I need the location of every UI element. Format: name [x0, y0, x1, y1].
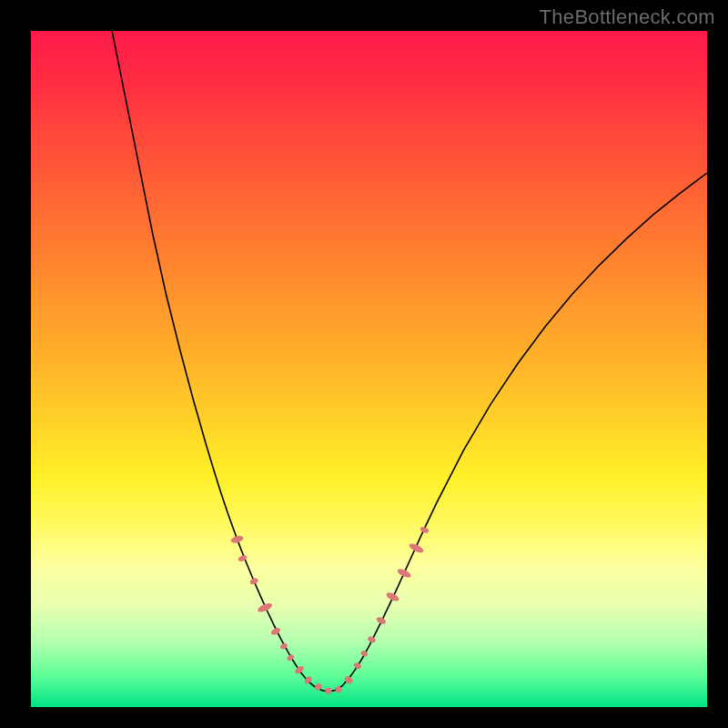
watermark-text: TheBottleneck.com [540, 5, 715, 29]
highlight-marker [360, 650, 369, 658]
highlight-marker [353, 662, 362, 670]
highlight-marker [367, 635, 377, 643]
highlight-marker [396, 567, 411, 579]
highlight-marker [294, 664, 306, 675]
highlight-marker [385, 591, 400, 602]
highlight-marker [249, 577, 259, 585]
curve-svg [31, 31, 707, 707]
highlight-marker [230, 534, 244, 544]
highlight-marker [408, 542, 424, 555]
curve-group [112, 31, 707, 692]
gradient-plot-area [31, 31, 707, 707]
highlight-marker [325, 687, 332, 694]
highlight-marker [257, 602, 273, 613]
chart-frame: TheBottleneck.com [0, 0, 728, 728]
bottleneck-curve [112, 31, 707, 692]
marker-group [230, 526, 430, 695]
highlight-marker [376, 616, 388, 626]
